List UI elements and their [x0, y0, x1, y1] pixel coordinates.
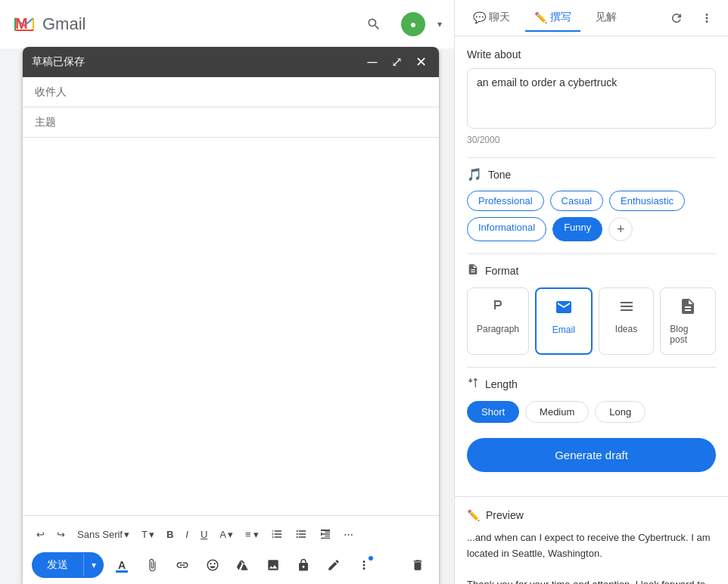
length-medium[interactable]: Medium: [525, 401, 589, 423]
tone-label: Tone: [488, 169, 511, 181]
to-label: 收件人: [35, 85, 67, 99]
compose-body[interactable]: [23, 138, 439, 515]
font-size-selector[interactable]: T ▾: [137, 526, 159, 543]
send-dropdown-arrow[interactable]: ▾: [83, 554, 104, 576]
generate-draft-button[interactable]: Generate draft: [467, 438, 716, 472]
email-format-icon: [555, 298, 573, 320]
tone-section-header: 🎵 Tone: [467, 167, 716, 182]
preview-header: ✏️ Preview: [467, 509, 716, 521]
compose-toolbar: ↩ ↪ Sans Serif ▾ T ▾ B I U A ▾ ≡ ▾: [32, 522, 430, 546]
refresh-button[interactable]: [664, 6, 689, 30]
tone-casual[interactable]: Casual: [550, 191, 603, 211]
tone-professional[interactable]: Professional: [467, 191, 544, 211]
tab-write-label: 撰写: [550, 11, 571, 24]
font-family-selector[interactable]: Sans Serif ▾: [73, 526, 134, 543]
compose-footer: ↩ ↪ Sans Serif ▾ T ▾ B I U A ▾ ≡ ▾: [23, 515, 439, 584]
write-about-input[interactable]: [467, 68, 716, 129]
font-color-button[interactable]: A ▾: [215, 526, 238, 543]
chat-icon: 💬: [473, 11, 486, 23]
tone-informational[interactable]: Informational: [467, 217, 546, 241]
char-count: 30/2000: [467, 135, 716, 145]
paragraph-icon: [489, 297, 507, 319]
preview-content: ...and when can I expect to receive the …: [467, 530, 716, 584]
tab-write[interactable]: ✏️ 撰写: [525, 5, 580, 32]
length-chips: Short Medium Long: [467, 401, 716, 423]
bullet-list-button[interactable]: [291, 525, 312, 543]
send-button[interactable]: 发送 ▾: [32, 552, 104, 578]
underline-button[interactable]: U: [196, 526, 212, 543]
numbered-list-button[interactable]: [266, 525, 288, 543]
tone-funny[interactable]: Funny: [552, 217, 602, 241]
more-format-button[interactable]: ⋯: [339, 526, 358, 543]
write-icon: ✏️: [534, 11, 547, 23]
blogpost-icon: [679, 297, 697, 319]
avatar-dropdown[interactable]: ▾: [437, 19, 442, 30]
tab-chat-label: 聊天: [489, 11, 510, 24]
tab-chat[interactable]: 💬 聊天: [464, 5, 519, 32]
subject-label: 主题: [35, 116, 56, 129]
format-paragraph[interactable]: Paragraph: [467, 287, 529, 355]
undo-button[interactable]: ↩: [32, 526, 49, 543]
right-panel: 💬 聊天 ✏️ 撰写 见解 Write about 30/2000 🎵 Tone: [454, 0, 728, 584]
compose-actions: 发送 ▾ A: [32, 552, 430, 578]
emoji-icon[interactable]: [201, 553, 225, 577]
panel-more-button[interactable]: [695, 6, 719, 30]
compose-header-actions: ─ ⤢ ✕: [363, 53, 430, 71]
format-blogpost[interactable]: Blog post: [660, 287, 716, 355]
gmail-logo: M Gmail: [12, 12, 86, 36]
format-section-header: Format: [467, 263, 716, 278]
delete-draft-button[interactable]: [406, 553, 430, 577]
more-options-button[interactable]: [352, 553, 376, 577]
drive-icon[interactable]: [231, 553, 255, 577]
subject-field[interactable]: 主题: [23, 107, 439, 138]
align-button[interactable]: ≡ ▾: [241, 526, 263, 543]
preview-label: Preview: [486, 509, 524, 521]
length-icon: [467, 377, 479, 392]
search-icon[interactable]: [359, 9, 389, 39]
ideas-icon: [618, 297, 636, 319]
lock-icon[interactable]: [291, 553, 316, 577]
tab-insight-label: 见解: [596, 11, 617, 24]
format-blogpost-label: Blog post: [670, 324, 706, 345]
compose-window: 草稿已保存 ─ ⤢ ✕ 收件人 主题 ↩ ↪ Sans Serif: [23, 47, 439, 584]
gmail-panel: M Gmail ● ▾ 草稿已保存 ─ ⤢ ✕ 收件人: [0, 0, 454, 584]
indent-button[interactable]: [315, 525, 336, 543]
tone-enthusiastic[interactable]: Enthusiastic: [609, 191, 685, 211]
format-options: Paragraph Email Ideas Blog: [467, 287, 716, 355]
text-format-icon[interactable]: A: [110, 553, 134, 577]
link-icon[interactable]: [170, 553, 194, 577]
panel-content: Write about 30/2000 🎵 Tone Professional …: [455, 36, 728, 496]
panel-header: 💬 聊天 ✏️ 撰写 见解: [455, 0, 728, 36]
send-label: 发送: [32, 552, 83, 578]
write-about-label: Write about: [467, 48, 716, 61]
close-button[interactable]: ✕: [412, 53, 430, 71]
bold-button[interactable]: B: [162, 526, 178, 543]
photo-icon[interactable]: [261, 553, 285, 577]
tab-insight[interactable]: 见解: [586, 5, 626, 32]
format-email[interactable]: Email: [535, 287, 593, 355]
format-label: Format: [485, 265, 518, 277]
to-field[interactable]: 收件人: [23, 77, 439, 107]
tone-icon: 🎵: [467, 167, 482, 182]
preview-section: ✏️ Preview ...and when can I expect to r…: [455, 496, 728, 584]
minimize-button[interactable]: ─: [363, 53, 381, 71]
gmail-header: M Gmail ● ▾: [0, 0, 454, 48]
signature-icon[interactable]: [322, 553, 346, 577]
format-ideas[interactable]: Ideas: [599, 287, 655, 355]
tone-chips: Professional Casual Enthusiastic Informa…: [467, 191, 716, 241]
italic-button[interactable]: I: [181, 526, 193, 543]
add-tone-button[interactable]: +: [608, 217, 633, 241]
gmail-logo-icon: M: [12, 12, 36, 36]
format-paragraph-label: Paragraph: [477, 324, 519, 334]
format-email-label: Email: [552, 325, 575, 335]
attach-icon[interactable]: [140, 553, 164, 577]
avatar[interactable]: ●: [401, 12, 425, 36]
redo-button[interactable]: ↪: [52, 526, 70, 543]
expand-button[interactable]: ⤢: [387, 53, 406, 71]
gmail-logo-label: Gmail: [42, 14, 86, 34]
preview-edit-icon: ✏️: [467, 509, 480, 521]
svg-text:M: M: [15, 15, 28, 32]
length-short[interactable]: Short: [467, 401, 519, 423]
length-long[interactable]: Long: [595, 401, 646, 423]
compose-title: 草稿已保存: [32, 55, 363, 69]
